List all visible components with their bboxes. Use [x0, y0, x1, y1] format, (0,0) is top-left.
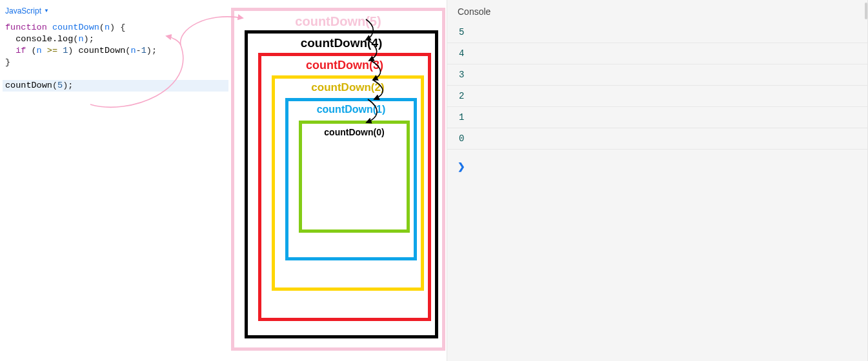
console-panel: Console 5 4 3 2 1 0 ❯ — [447, 0, 868, 361]
scrollbar-thumb[interactable] — [865, 3, 867, 19]
console-row: 4 — [447, 43, 867, 64]
code-line-3[interactable]: if (n >= 1) countDown(n-1); — [3, 45, 228, 57]
prompt-chevron-icon: ❯ — [458, 161, 465, 171]
console-title: Console — [447, 0, 867, 22]
code-line-6[interactable]: countDown(5); — [3, 80, 228, 92]
code-line-5[interactable] — [3, 68, 228, 80]
recursion-diagram: countDown(5) countDown(4) countDown(3) c… — [231, 0, 447, 361]
console-row: 1 — [447, 107, 867, 128]
frame-countdown-4: countDown(4) countDown(3) countDown(2) c… — [245, 30, 438, 338]
chevron-down-icon: ▼ — [44, 5, 49, 17]
frame-countdown-5: countDown(5) countDown(4) countDown(3) c… — [231, 8, 445, 351]
frame-label: countDown(4) — [301, 36, 383, 50]
frame-label: countDown(2) — [311, 81, 384, 94]
app-root: JavaScript ▼ function countDown(n) { con… — [0, 0, 868, 361]
frame-label: countDown(0) — [324, 127, 384, 137]
console-prompt[interactable]: ❯ — [447, 150, 867, 183]
console-row: 2 — [447, 86, 867, 107]
console-output: 5 4 3 2 1 0 — [447, 22, 867, 150]
frame-countdown-3: countDown(3) countDown(2) countDown(1) c… — [258, 53, 431, 321]
language-name: JavaScript — [5, 5, 41, 17]
console-row: 3 — [447, 64, 867, 86]
frame-countdown-0: countDown(0) — [299, 121, 410, 233]
console-row: 0 — [447, 128, 867, 150]
frame-label: countDown(1) — [317, 104, 386, 115]
frame-label: countDown(3) — [306, 59, 383, 72]
code-line-2[interactable]: console.log(n); — [3, 34, 228, 45]
code-editor[interactable]: JavaScript ▼ function countDown(n) { con… — [0, 0, 231, 361]
console-row: 5 — [447, 22, 867, 43]
code-line-1[interactable]: function countDown(n) { — [3, 22, 228, 34]
language-selector[interactable]: JavaScript ▼ — [3, 4, 49, 22]
frame-countdown-1: countDown(1) countDown(0) — [285, 98, 417, 260]
frame-label: countDown(5) — [295, 14, 381, 29]
call-stack-frames: countDown(5) countDown(4) countDown(3) c… — [231, 8, 445, 351]
code-line-4[interactable]: } — [3, 57, 228, 68]
frame-countdown-2: countDown(2) countDown(1) countDown(0) — [272, 75, 424, 291]
